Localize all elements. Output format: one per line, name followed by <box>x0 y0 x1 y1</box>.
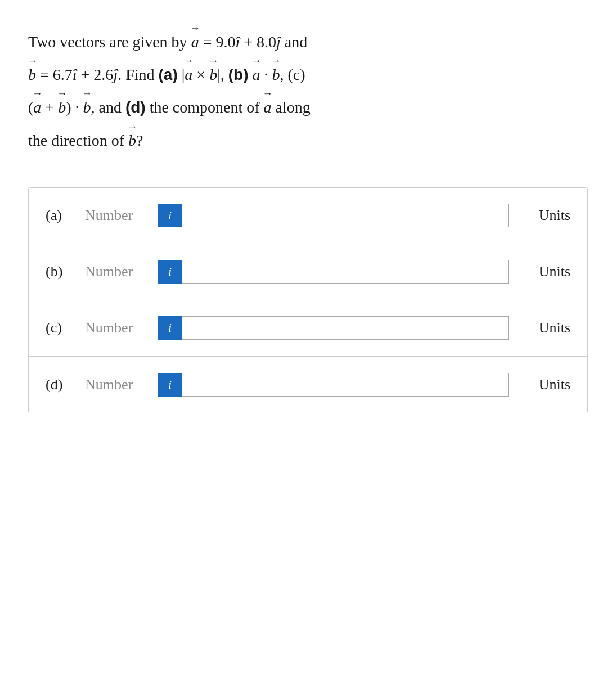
vec-b-paren-dot: b <box>83 88 91 120</box>
vec-a-component: a <box>264 88 272 120</box>
row-d-units: Units <box>520 376 570 393</box>
row-a-input-group: i <box>158 204 509 227</box>
problem-intro-text: Two vectors are given by a = 9.0î + 8.0ĵ… <box>28 33 307 51</box>
row-a-label: (a) <box>46 207 79 224</box>
row-b-input-group: i <box>158 260 509 284</box>
answer-rows: (a) Number i Units (b) Number i Units (c… <box>28 187 588 413</box>
page-container: Two vectors are given by a = 9.0î + 8.0ĵ… <box>28 22 588 413</box>
vec-a-symbol: a <box>191 22 199 55</box>
row-a-input[interactable] <box>182 204 509 227</box>
row-c-info-button[interactable]: i <box>158 316 182 340</box>
row-a-number: Number <box>85 207 152 224</box>
part-b-label-inline: (b) <box>228 66 249 83</box>
row-c-input[interactable] <box>182 316 509 340</box>
row-b-label: (b) <box>46 263 79 280</box>
answer-row-a: (a) Number i Units <box>29 188 587 244</box>
row-d-input-group: i <box>158 373 509 397</box>
row-d-label: (d) <box>46 376 79 393</box>
row-b-input[interactable] <box>182 260 509 284</box>
part-a-label-inline: (a) <box>159 66 178 83</box>
row-a-info-button[interactable]: i <box>158 204 182 227</box>
part-d-label-inline: (d) <box>125 98 146 116</box>
row-c-label: (c) <box>46 320 79 336</box>
row-b-info-button[interactable]: i <box>158 260 182 284</box>
row-a-units: Units <box>520 207 570 224</box>
problem-line2: b = 6.7î + 2.6ĵ. Find (a) |a × b|, (b) a… <box>28 66 305 83</box>
problem-statement: Two vectors are given by a = 9.0î + 8.0ĵ… <box>28 22 588 154</box>
row-c-number: Number <box>85 320 152 336</box>
vec-b-cross: b <box>209 55 217 88</box>
row-c-units: Units <box>520 320 570 336</box>
row-d-info-button[interactable]: i <box>158 373 182 397</box>
vec-b-direction: b <box>128 121 136 154</box>
answer-row-c: (c) Number i Units <box>29 300 587 357</box>
vec-a-dot: a <box>253 55 260 88</box>
problem-line3: (a + b) · b, and (d) the component of a … <box>28 98 311 116</box>
row-d-number: Number <box>85 376 152 393</box>
vec-b-symbol: b <box>28 55 36 88</box>
row-c-input-group: i <box>158 316 509 340</box>
answer-row-b: (b) Number i Units <box>29 244 587 300</box>
row-b-units: Units <box>520 263 570 280</box>
row-d-input[interactable] <box>182 373 509 397</box>
problem-line4: the direction of b? <box>28 132 143 149</box>
row-b-number: Number <box>85 263 152 280</box>
vec-b-sum: b <box>58 88 66 120</box>
answer-row-d: (d) Number i Units <box>29 357 587 413</box>
vec-a-cross: a <box>185 55 192 88</box>
vec-a-sum: a <box>33 88 41 120</box>
vec-b-dot: b <box>272 55 280 88</box>
